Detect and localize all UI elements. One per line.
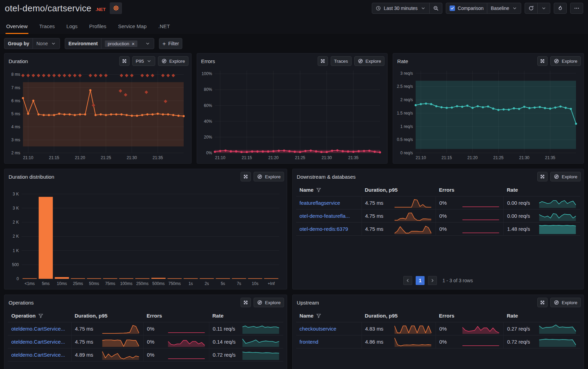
upstream-panel: Upstream Explore NameDuration, p95Errors… — [292, 295, 584, 369]
column-header[interactable]: Operation — [8, 309, 71, 322]
expand-button[interactable] — [318, 56, 328, 66]
expand-button[interactable] — [537, 56, 548, 66]
zoom-out-button[interactable] — [429, 3, 442, 13]
group-by-select[interactable]: None — [33, 38, 59, 49]
column-header[interactable]: Rate — [503, 309, 580, 322]
expand-button[interactable] — [119, 56, 130, 66]
svg-text:21:35: 21:35 — [152, 155, 163, 160]
column-label: Duration, p95 — [365, 187, 398, 193]
flame-icon — [558, 5, 563, 11]
service-link[interactable]: oteldemo.CartService... — [11, 352, 65, 358]
traces-button[interactable]: Traces — [331, 56, 352, 66]
explore-button[interactable]: Explore — [254, 172, 284, 181]
expand-button[interactable] — [537, 172, 548, 181]
panel-header: Operations Explore — [4, 295, 287, 309]
column-header[interactable]: Name — [296, 183, 361, 196]
rate-value: 0.72 req/s — [213, 352, 236, 358]
flame-button[interactable] — [554, 3, 566, 13]
duration-distribution-chart[interactable]: 3 K3 K2 K2 K1 K5000<1ms5ms10ms25ms50ms75… — [6, 183, 284, 288]
tab-traces[interactable]: Traces — [39, 22, 56, 34]
column-header[interactable]: Errors — [436, 183, 503, 196]
svg-text:21:10: 21:10 — [23, 155, 33, 160]
tab-service-map[interactable]: Service Map — [117, 22, 147, 34]
baseline-label: Baseline — [491, 5, 509, 11]
kubernetes-button[interactable]: ☸ — [110, 2, 122, 14]
comparison-checkbox[interactable] — [450, 5, 455, 11]
errors-value: 0% — [439, 339, 447, 345]
errors-value: 0% — [147, 352, 155, 358]
expand-icon — [540, 58, 545, 64]
baseline-dropdown[interactable]: Baseline — [487, 3, 521, 13]
more-options-button[interactable] — [571, 3, 583, 13]
explore-button[interactable]: Explore — [354, 56, 385, 66]
expand-button[interactable] — [241, 172, 251, 181]
svg-text:21:15: 21:15 — [242, 155, 252, 160]
service-link[interactable]: oteldemo.CartService... — [11, 326, 65, 332]
comparison-toggle[interactable]: Comparison — [446, 3, 487, 13]
explore-button[interactable]: Explore — [550, 56, 581, 66]
service-link[interactable]: featureflagservice — [299, 200, 340, 206]
filter-funnel-icon[interactable] — [316, 188, 321, 192]
remove-filter-icon[interactable]: × — [132, 41, 135, 46]
service-link[interactable]: otel-demo-featurefla... — [299, 213, 350, 219]
duration-cell: 4.75 ms — [362, 210, 436, 222]
explore-button[interactable]: Explore — [550, 172, 581, 181]
explore-button[interactable]: Explore — [254, 298, 284, 307]
tab-profiles[interactable]: Profiles — [88, 22, 107, 34]
table-row: otel-demo-redis:63794.75 ms0%1.48 req/s — [296, 223, 580, 236]
rate-sparkline — [538, 323, 577, 335]
rate-cell: 0.72 req/s — [209, 348, 283, 361]
svg-text:1.5 req/s: 1.5 req/s — [397, 111, 413, 116]
column-header[interactable]: Name — [296, 309, 361, 322]
service-link[interactable]: checkoutservice — [299, 326, 336, 332]
svg-text:21:25: 21:25 — [295, 155, 305, 160]
panel-title: Duration — [9, 58, 28, 64]
errors-cell: 0% — [143, 348, 209, 361]
duration-chart[interactable]: 21:1021:1521:2021:2521:3021:358 ms7 ms6 … — [6, 67, 188, 162]
add-filter-button[interactable]: + Filter — [159, 38, 182, 49]
refresh-button[interactable] — [525, 3, 537, 13]
duration-sparkline — [101, 323, 140, 335]
column-header[interactable]: Duration, p95 — [362, 309, 436, 322]
service-link[interactable]: frontend — [299, 339, 318, 345]
rate-value: 0.72 req/s — [507, 339, 530, 345]
column-label: Duration, p95 — [75, 313, 108, 319]
operations-table: OperationDuration, p95ErrorsRateoteldemo… — [8, 309, 283, 361]
panel-header: Duration distribution Explore — [4, 169, 287, 183]
kebab-icon — [574, 5, 579, 11]
service-link[interactable]: oteldemo.CartService... — [11, 339, 65, 345]
time-range-picker[interactable]: Last 30 minutes — [372, 3, 429, 13]
column-header[interactable]: Duration, p95 — [71, 309, 143, 322]
refresh-interval-dropdown[interactable] — [537, 3, 550, 13]
filter-funnel-icon[interactable] — [316, 313, 321, 318]
expand-button[interactable] — [241, 298, 251, 307]
svg-text:1 K: 1 K — [13, 248, 19, 253]
errors-sparkline — [462, 223, 500, 235]
service-link[interactable]: otel-demo-redis:6379 — [299, 226, 348, 232]
column-header[interactable]: Rate — [209, 309, 283, 322]
tab-logs[interactable]: Logs — [66, 22, 78, 34]
filter-funnel-icon[interactable] — [38, 313, 43, 318]
explore-button[interactable]: Explore — [158, 56, 188, 66]
percentile-select[interactable]: P95 — [132, 56, 155, 66]
next-page-button[interactable] — [428, 276, 437, 285]
tab-overview[interactable]: Overview — [5, 22, 28, 34]
column-header[interactable]: Rate — [503, 183, 580, 196]
column-header[interactable]: Errors — [143, 309, 209, 322]
rate-chart[interactable]: 21:1021:1521:2021:2521:3021:353 req/s2.5… — [394, 67, 581, 162]
prev-page-button[interactable] — [403, 276, 412, 285]
tab-dotnet[interactable]: .NET — [158, 22, 171, 34]
errors-chart[interactable]: 21:1021:1521:2021:2521:3021:35100%80%60%… — [198, 67, 385, 162]
chevron-down-icon — [420, 5, 426, 11]
page-1-button[interactable]: 1 — [416, 276, 425, 285]
rate-sparkline — [538, 223, 577, 235]
duration-value: 4.75 ms — [75, 326, 93, 332]
expand-button[interactable] — [537, 298, 548, 307]
compass-icon — [358, 58, 363, 64]
environment-select[interactable]: production × — [101, 38, 154, 49]
runtime-badge: .NET — [96, 7, 106, 12]
explore-button[interactable]: Explore — [550, 298, 581, 307]
filter-bar: Group by None Environment production × +… — [0, 34, 588, 52]
column-header[interactable]: Duration, p95 — [362, 183, 436, 196]
column-header[interactable]: Errors — [436, 309, 503, 322]
